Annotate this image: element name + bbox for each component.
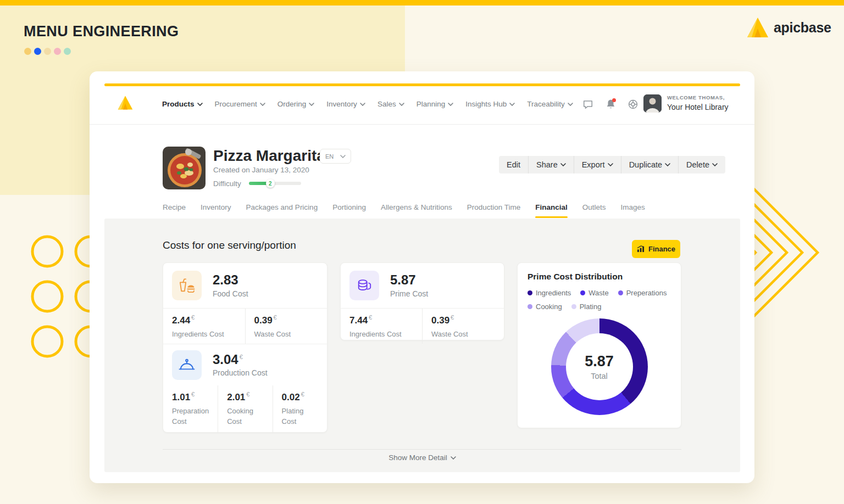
app-window: ProductsProcurementOrderingInventorySale… <box>90 71 754 483</box>
top-accent-strip <box>0 0 844 5</box>
chevron-down-icon <box>309 103 314 106</box>
tab-outlets[interactable]: Outlets <box>582 203 606 218</box>
food-cost-breakdown: 2.44€ Ingredients Cost 0.39€ Waste Cost <box>163 309 327 344</box>
donut-total-value: 5.87 <box>585 353 614 370</box>
decorative-dot <box>34 48 41 55</box>
nav-item-planning[interactable]: Planning <box>417 100 454 108</box>
decorative-dot <box>24 48 31 55</box>
product-photo <box>163 147 206 189</box>
tab-recipe[interactable]: Recipe <box>163 203 186 218</box>
tab-inventory[interactable]: Inventory <box>201 203 231 218</box>
footer-divider <box>163 449 681 450</box>
donut-center: 5.87 Total <box>566 333 633 400</box>
tab-financial[interactable]: Financial <box>535 203 568 218</box>
avatar[interactable] <box>643 94 662 113</box>
finance-button[interactable]: Finance <box>632 240 680 258</box>
apicbase-logo: apicbase <box>746 16 831 38</box>
help-buoy-icon[interactable] <box>627 98 639 110</box>
legend-ingredients: Ingredients <box>528 289 571 297</box>
delete-button[interactable]: Delete <box>678 156 725 173</box>
stat-plating-cost: 0.02€ Plating Cost <box>273 385 327 433</box>
tab-packages-and-pricing[interactable]: Packages and Pricing <box>246 203 318 218</box>
main-nav: ProductsProcurementOrderingInventorySale… <box>162 100 573 108</box>
decorative-dot <box>44 48 51 55</box>
production-cost-label: Production Cost <box>213 368 268 377</box>
chevron-down-icon <box>509 103 515 106</box>
tab-images[interactable]: Images <box>621 203 645 218</box>
prime-cost-main: 5.87 Prime Cost <box>341 263 504 308</box>
production-cost-breakdown: 1.01€ Preparation Cost 2.01€ Cooking Cos… <box>163 385 327 433</box>
prime-cost-icon <box>349 271 379 300</box>
decorative-dot <box>54 48 61 55</box>
user-welcome: WELCOME THOMAS, <box>667 95 729 100</box>
duplicate-button[interactable]: Duplicate <box>621 156 678 173</box>
page-title: MENU ENGINEERING <box>24 23 179 40</box>
show-more-label: Show More Detail <box>388 453 447 462</box>
nav-item-products[interactable]: Products <box>162 100 203 108</box>
legend-preperations: Preperations <box>618 289 667 297</box>
financial-panel: Costs for one serving/portion Finance <box>104 219 740 472</box>
production-cost-icon <box>172 350 202 380</box>
chevron-down-icon <box>448 103 453 106</box>
product-tabs: RecipeInventoryPackages and PricingPorti… <box>163 203 645 218</box>
decorative-dot <box>64 48 71 55</box>
stat-waste-cost: 0.39€ Waste Cost <box>245 309 327 344</box>
stat-cooking-cost: 2.01€ Cooking Cost <box>218 385 272 433</box>
tab-allergens-nutritions[interactable]: Allergens & Nutritions <box>381 203 452 218</box>
difficulty-label: Difficulty <box>213 180 241 188</box>
food-cost-card: 2.83 Food Cost 2.44€ Ingredients Cost 0.… <box>163 262 327 433</box>
decorative-dots <box>24 48 71 55</box>
nav-item-sales[interactable]: Sales <box>377 100 404 108</box>
language-select[interactable]: EN <box>320 149 351 164</box>
stat-preparation-cost: 1.01€ Preparation Cost <box>163 385 218 433</box>
app-logo-icon[interactable] <box>117 95 134 110</box>
food-cost-main: 2.83 Food Cost <box>163 263 327 308</box>
chevron-down-icon <box>665 163 670 166</box>
tab-production-time[interactable]: Production Time <box>467 203 521 218</box>
export-button[interactable]: Export <box>574 156 621 173</box>
difficulty-slider[interactable]: 2 <box>249 179 301 188</box>
food-cost-icon <box>172 271 202 300</box>
prime-cost-card: 5.87 Prime Cost 7.44€ Ingredients Cost 0… <box>340 262 504 340</box>
legend-cooking: Cooking <box>528 303 562 311</box>
prime-cost-distribution-card: Prime Cost Distribution IngredientsWaste… <box>517 262 681 428</box>
chevron-down-icon <box>451 456 456 460</box>
production-cost-value: 3.04 <box>213 352 238 367</box>
donut-total-label: Total <box>591 372 608 380</box>
food-cost-value: 2.83 <box>213 272 238 287</box>
chevron-down-icon <box>712 163 718 166</box>
user-library: Your Hotel Library <box>667 103 729 111</box>
nav-item-ordering[interactable]: Ordering <box>277 100 315 108</box>
chat-icon[interactable] <box>582 98 594 110</box>
show-more-button[interactable]: Show More Detail <box>104 453 740 462</box>
nav-item-procurement[interactable]: Procurement <box>215 100 265 108</box>
prime-cost-value: 5.87 <box>390 272 416 287</box>
nav-icons <box>582 98 639 110</box>
difficulty-thumb[interactable]: 2 <box>266 179 275 188</box>
user-block[interactable]: WELCOME THOMAS, Your Hotel Library <box>667 95 729 111</box>
chevron-down-icon <box>608 163 613 166</box>
chevron-down-icon <box>399 103 404 106</box>
food-cost-label: Food Cost <box>213 289 248 298</box>
notification-bell-icon[interactable] <box>604 98 617 110</box>
window-accent-bar <box>104 83 740 86</box>
nav-item-inventory[interactable]: Inventory <box>326 100 365 108</box>
tab-portioning[interactable]: Portioning <box>332 203 366 218</box>
chart-title: Prime Cost Distribution <box>528 272 671 282</box>
difficulty-row: Difficulty 2 <box>213 179 301 188</box>
nav-item-insights-hub[interactable]: Insights Hub <box>465 100 515 108</box>
legend-waste: Waste <box>580 289 608 297</box>
share-button[interactable]: Share <box>528 156 574 173</box>
product-actions: EditShareExportDuplicateDelete <box>499 156 725 173</box>
section-heading: Costs for one serving/portion <box>163 239 296 251</box>
chevron-down-icon <box>568 103 573 106</box>
apicbase-logo-text: apicbase <box>774 20 831 36</box>
nav-item-traceability[interactable]: Traceability <box>527 100 573 108</box>
nav-divider <box>90 124 754 125</box>
prime-cost-label: Prime Cost <box>390 289 428 298</box>
language-value: EN <box>325 153 334 160</box>
donut-chart: 5.87 Total <box>551 318 648 415</box>
stat-ingredients-cost: 2.44€ Ingredients Cost <box>163 309 245 344</box>
apicbase-logo-icon <box>746 16 769 38</box>
edit-button[interactable]: Edit <box>499 156 528 173</box>
